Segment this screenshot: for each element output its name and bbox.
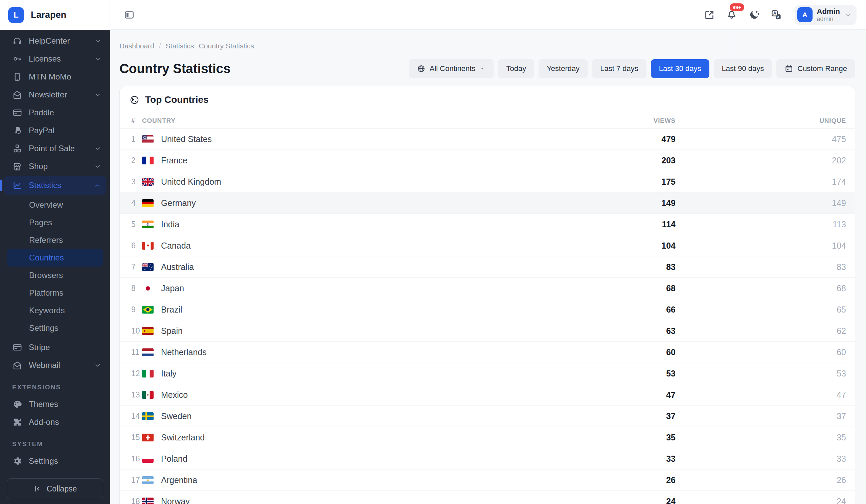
table-row-australia[interactable]: 7Australia8383: [120, 256, 855, 278]
rank-value: 8: [120, 284, 142, 293]
country-cell: France: [142, 156, 604, 165]
user-menu[interactable]: A Admin admin: [795, 5, 856, 25]
topbar: 99+ aA A Admin admin: [110, 0, 866, 30]
sidebar-section-system: SYSTEM: [0, 431, 110, 452]
filter-last-90-days[interactable]: Last 90 days: [714, 59, 772, 78]
country-name: Netherlands: [161, 347, 207, 357]
table-row-poland[interactable]: 16Poland3333: [120, 448, 855, 470]
sidebar-item-label: MTN MoMo: [29, 72, 71, 81]
table-row-france[interactable]: 2France203202: [120, 150, 855, 171]
filter-last-7-days[interactable]: Last 7 days: [592, 59, 646, 78]
sidebar-item-paypal[interactable]: PayPal: [0, 121, 110, 139]
sidebar-item-licenses[interactable]: Licenses: [0, 50, 110, 68]
sidebar-item-newsletter[interactable]: Newsletter: [0, 86, 110, 103]
sidebar-subitem-referrers[interactable]: Referrers: [0, 231, 110, 249]
table-row-japan[interactable]: 8Japan6868: [120, 278, 855, 299]
country-cell: Italy: [142, 369, 604, 379]
filter-yesterday[interactable]: Yesterday: [539, 59, 588, 78]
fr-flag-icon: [142, 157, 154, 164]
table-row-germany[interactable]: 4Germany149149: [120, 192, 855, 214]
table-row-argentina[interactable]: 17Argentina2626: [120, 470, 855, 491]
chevron-up-icon: [93, 181, 101, 189]
rank-value: 4: [120, 199, 142, 208]
page-title: Country Statistics: [119, 61, 230, 76]
breadcrumb-dashboard[interactable]: Dashboard: [119, 42, 154, 50]
country-name: Norway: [161, 496, 190, 504]
country-cell: United Kingdom: [142, 177, 604, 187]
country-name: Canada: [161, 241, 191, 251]
sidebar-item-languages[interactable]: aALanguages: [0, 470, 110, 473]
translate-icon[interactable]: aA: [770, 9, 782, 21]
rank-value: 18: [120, 497, 142, 504]
paypal-icon: [12, 125, 22, 136]
table-row-united-kingdom[interactable]: 3United Kingdom175174: [120, 171, 855, 192]
gb-flag-icon: [142, 178, 154, 186]
table-row-mexico[interactable]: 13Mexico4747: [120, 384, 855, 405]
sidebar-item-statistics[interactable]: Statistics: [4, 176, 106, 195]
page-header: Country Statistics All Continents TodayY…: [119, 59, 855, 78]
sidebar-toggle-button[interactable]: [123, 9, 135, 21]
headset-icon: [12, 36, 22, 46]
custom-range-button[interactable]: Custom Range: [776, 59, 855, 78]
sidebar-item-add-ons[interactable]: Add-ons: [0, 413, 110, 431]
table-row-netherlands[interactable]: 11Netherlands6060: [120, 341, 855, 363]
sidebar-item-mtn-momo[interactable]: MTN MoMo: [0, 68, 110, 86]
sidebar-item-label: Themes: [29, 400, 58, 409]
chevron-down-icon: [844, 11, 852, 19]
country-cell: Sweden: [142, 411, 604, 421]
notification-badge: 99+: [730, 3, 744, 11]
sidebar-item-stripe[interactable]: Stripe: [0, 338, 110, 356]
sidebar-item-shop[interactable]: Shop: [0, 157, 110, 175]
views-value: 66: [604, 305, 676, 315]
credit-card-icon: [12, 108, 22, 118]
sidebar-subitem-pages[interactable]: Pages: [0, 214, 110, 231]
sidebar-subitem-browsers[interactable]: Browsers: [0, 267, 110, 284]
rank-value: 7: [120, 262, 142, 272]
sidebar-subitem-platforms[interactable]: Platforms: [0, 284, 110, 302]
table-row-canada[interactable]: 6Canada104104: [120, 235, 855, 256]
dark-mode-moon-icon[interactable]: [748, 9, 760, 21]
table-row-sweden[interactable]: 14Sweden3737: [120, 405, 855, 427]
views-value: 479: [604, 134, 676, 144]
table-row-norway[interactable]: 18Norway2424: [120, 491, 855, 504]
sidebar-subitem-settings[interactable]: Settings: [0, 319, 110, 337]
sidebar-item-paddle[interactable]: Paddle: [0, 103, 110, 121]
sidebar-item-themes[interactable]: Themes: [0, 395, 110, 413]
brand-logo[interactable]: L Larapen: [0, 0, 110, 30]
views-value: 175: [604, 177, 676, 187]
es-flag-icon: [142, 327, 154, 335]
sidebar-item-label: Stripe: [29, 343, 50, 352]
table-row-india[interactable]: 5India114113: [120, 214, 855, 235]
unique-value: 174: [676, 177, 855, 187]
table-row-spain[interactable]: 10Spain6362: [120, 320, 855, 341]
sidebar-item-webmail[interactable]: Webmail: [0, 356, 110, 374]
external-link-icon[interactable]: [703, 9, 715, 21]
table-row-united-states[interactable]: 1United States479475: [120, 128, 855, 150]
sidebar-subitem-label: Countries: [29, 253, 64, 262]
table-row-brazil[interactable]: 9Brazil6665: [120, 299, 855, 320]
views-value: 60: [604, 347, 676, 357]
unique-value: 26: [676, 475, 855, 485]
breadcrumb-statistics[interactable]: Statistics: [166, 42, 194, 50]
sidebar-item-helpcenter[interactable]: HelpCenter: [0, 32, 110, 50]
pl-flag-icon: [142, 455, 154, 463]
no-flag-icon: [142, 497, 154, 504]
continent-filter-dropdown[interactable]: All Continents: [409, 59, 494, 78]
table-row-italy[interactable]: 12Italy5353: [120, 363, 855, 384]
table-row-switzerland[interactable]: 15Switzerland3535: [120, 427, 855, 448]
column-country: COUNTRY: [142, 117, 604, 124]
sidebar-subitem-overview[interactable]: Overview: [0, 196, 110, 214]
sidebar-subitem-countries[interactable]: Countries: [7, 249, 103, 267]
views-value: 37: [604, 411, 676, 421]
sidebar-item-label: Webmail: [29, 361, 60, 370]
collapse-sidebar-button[interactable]: Collapse: [7, 478, 103, 499]
sidebar-subitem-keywords[interactable]: Keywords: [0, 302, 110, 319]
sidebar-subitem-label: Referrers: [29, 235, 63, 245]
filter-today[interactable]: Today: [498, 59, 534, 78]
sidebar-item-label: Statistics: [29, 181, 61, 190]
chevron-down-icon: [94, 37, 102, 45]
sidebar-item-point-of-sale[interactable]: Point of Sale: [0, 139, 110, 157]
sidebar-subitem-label: Overview: [29, 200, 63, 210]
filter-last-30-days[interactable]: Last 30 days: [651, 59, 709, 78]
sidebar-item-settings[interactable]: Settings: [0, 452, 110, 470]
